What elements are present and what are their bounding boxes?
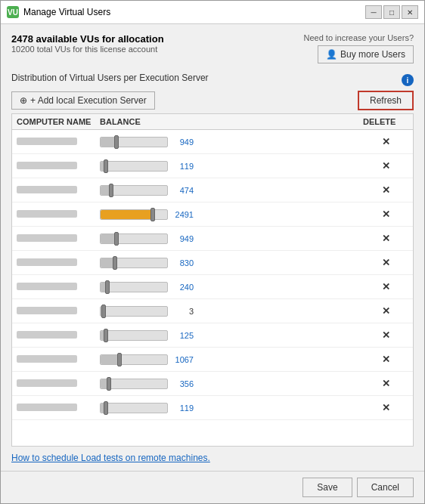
table-row: 3 ✕ xyxy=(12,299,413,323)
footer: Save Cancel xyxy=(1,471,424,503)
slider-thumb[interactable] xyxy=(113,256,117,270)
delete-button[interactable]: ✕ xyxy=(382,354,390,365)
slider-value: 949 xyxy=(171,138,194,147)
delete-cell: ✕ xyxy=(363,184,408,196)
slider-track[interactable] xyxy=(100,306,168,317)
computer-name-cell xyxy=(17,283,100,292)
computer-name-cell xyxy=(17,331,100,340)
slider-track[interactable] xyxy=(100,258,168,268)
delete-button[interactable]: ✕ xyxy=(382,209,390,220)
slider-track[interactable] xyxy=(100,330,168,341)
delete-button[interactable]: ✕ xyxy=(382,257,390,268)
slider-value: 474 xyxy=(171,186,194,195)
delete-button[interactable]: ✕ xyxy=(382,378,390,389)
slider-fill xyxy=(101,138,114,147)
slider-thumb[interactable] xyxy=(104,329,108,342)
slider-thumb[interactable] xyxy=(101,305,106,318)
buy-section: Need to increase your Users? 👤 Buy more … xyxy=(303,33,414,63)
save-button[interactable]: Save xyxy=(302,478,352,497)
slider-thumb[interactable] xyxy=(117,353,122,366)
computer-name-cell xyxy=(17,186,100,195)
distribution-header: Distribution of Virtual Users per Execut… xyxy=(11,73,414,88)
slider-cell: 2491 xyxy=(100,209,363,220)
buy-more-users-button[interactable]: 👤 Buy more Users xyxy=(318,45,414,63)
slider-cell: 3 xyxy=(100,306,363,317)
title-bar: VU Manage Virtual Users ─ □ ✕ xyxy=(1,1,424,24)
add-server-label: + Add local Execution Server xyxy=(30,95,147,106)
delete-cell: ✕ xyxy=(363,329,408,341)
slider-cell: 119 xyxy=(100,403,363,413)
slider-fill xyxy=(101,186,109,195)
slider-thumb[interactable] xyxy=(104,159,108,173)
slider-track[interactable] xyxy=(100,185,168,196)
slider-cell: 119 xyxy=(100,161,363,172)
delete-cell: ✕ xyxy=(363,402,408,413)
table-row: 240 ✕ xyxy=(12,275,413,299)
col-computer-name: COMPUTER NAME xyxy=(17,117,100,126)
table-row: 949 ✕ xyxy=(12,227,413,251)
minimize-button[interactable]: ─ xyxy=(365,5,382,19)
computer-name-cell xyxy=(17,379,100,388)
computer-name-cell xyxy=(17,234,100,243)
slider-cell: 949 xyxy=(100,137,363,147)
slider-value: 830 xyxy=(171,258,194,267)
delete-button[interactable]: ✕ xyxy=(382,305,390,317)
table-row: 119 ✕ xyxy=(12,154,413,178)
slider-track[interactable] xyxy=(100,282,168,292)
cancel-button[interactable]: Cancel xyxy=(357,478,414,497)
delete-button[interactable]: ✕ xyxy=(382,233,390,244)
slider-thumb[interactable] xyxy=(150,208,155,221)
slider-fill xyxy=(101,234,114,243)
blurred-name xyxy=(17,404,77,411)
app-icon: VU xyxy=(7,6,19,18)
blurred-name xyxy=(17,162,77,169)
slider-thumb[interactable] xyxy=(109,184,113,197)
slider-track[interactable] xyxy=(100,233,168,244)
delete-cell: ✕ xyxy=(363,305,408,317)
slider-track[interactable] xyxy=(100,403,168,413)
slider-value: 356 xyxy=(171,379,194,388)
slider-thumb[interactable] xyxy=(105,280,110,294)
slider-track[interactable] xyxy=(100,161,168,172)
add-execution-server-button[interactable]: ⊕ + Add local Execution Server xyxy=(11,91,155,110)
window-title: Manage Virtual Users xyxy=(23,7,361,17)
slider-track[interactable] xyxy=(100,209,168,220)
slider-value: 949 xyxy=(171,234,194,243)
vu-available-text: 2478 available VUs for allocation xyxy=(11,33,164,45)
delete-cell: ✕ xyxy=(363,209,408,220)
delete-button[interactable]: ✕ xyxy=(382,402,390,413)
slider-thumb[interactable] xyxy=(114,135,119,149)
computer-name-cell xyxy=(17,210,100,219)
computer-name-cell xyxy=(17,138,100,147)
computer-name-cell xyxy=(17,258,100,267)
slider-thumb[interactable] xyxy=(107,377,111,391)
table-row: 2491 ✕ xyxy=(12,203,413,227)
delete-button[interactable]: ✕ xyxy=(382,184,390,196)
blurred-name xyxy=(17,138,77,145)
slider-track[interactable] xyxy=(100,137,168,147)
maximize-button[interactable]: □ xyxy=(383,5,400,19)
delete-button[interactable]: ✕ xyxy=(382,281,390,292)
table-row: 830 ✕ xyxy=(12,251,413,275)
buy-btn-label: Buy more Users xyxy=(340,49,405,60)
schedule-load-tests-link[interactable]: How to schedule Load tests on remote mac… xyxy=(11,453,210,463)
slider-track[interactable] xyxy=(100,379,168,389)
slider-thumb[interactable] xyxy=(104,401,108,415)
delete-button[interactable]: ✕ xyxy=(382,136,390,147)
col-delete: DELETE xyxy=(363,117,408,126)
blurred-name xyxy=(17,355,77,363)
info-icon[interactable]: i xyxy=(402,74,414,86)
blurred-name xyxy=(17,331,77,339)
refresh-label: Refresh xyxy=(370,95,402,106)
close-button[interactable]: ✕ xyxy=(402,5,418,19)
delete-button[interactable]: ✕ xyxy=(382,160,390,172)
blurred-name xyxy=(17,307,77,314)
delete-button[interactable]: ✕ xyxy=(382,329,390,341)
slider-cell: 949 xyxy=(100,233,363,244)
slider-thumb[interactable] xyxy=(114,232,119,246)
slider-value: 3 xyxy=(171,307,194,316)
table-row: 1067 ✕ xyxy=(12,348,413,372)
refresh-button[interactable]: Refresh xyxy=(358,91,414,110)
table-row: 949 ✕ xyxy=(12,130,413,154)
slider-track[interactable] xyxy=(100,354,168,365)
